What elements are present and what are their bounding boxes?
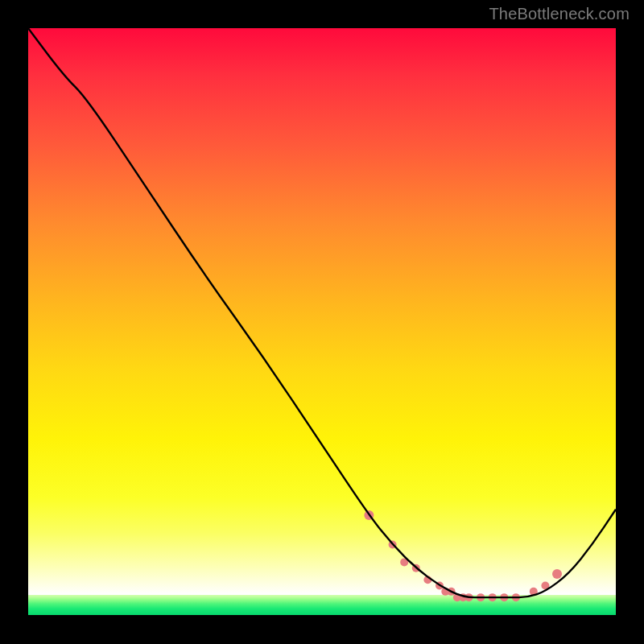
chart-frame: TheBottleneck.com — [0, 0, 644, 644]
marker-dot — [552, 569, 562, 579]
bottleneck-curve — [28, 28, 616, 597]
chart-svg — [28, 28, 616, 615]
watermark-text: TheBottleneck.com — [489, 5, 630, 23]
valley-markers — [364, 510, 562, 601]
plot-area — [28, 28, 616, 615]
